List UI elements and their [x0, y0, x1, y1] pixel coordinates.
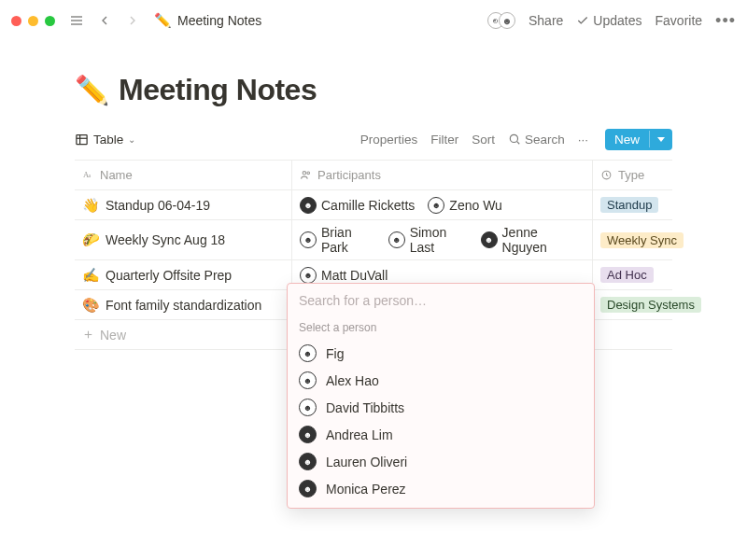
avatar: ☻	[388, 231, 405, 248]
avatar: ☻	[300, 197, 317, 214]
person-option-name: Lauren Oliveri	[326, 455, 407, 469]
window-topbar: ✏️ Meeting Notes ៙ ☻ Share Updates Favor…	[0, 0, 747, 41]
participant: ☻Simon Last	[388, 225, 468, 255]
view-switcher[interactable]: Table ⌄	[75, 133, 135, 147]
properties-button[interactable]: Properties	[360, 133, 418, 147]
person-option-name: Alex Hao	[326, 373, 379, 388]
person-search-input[interactable]: Search for a person…	[288, 284, 594, 317]
avatar: ☻	[299, 480, 317, 497]
participant: ☻Jenne Nguyen	[481, 225, 577, 255]
page-title-row: ✏️ Meeting Notes	[75, 73, 672, 107]
svg-rect-3	[77, 134, 87, 144]
column-header-participants[interactable]: Participants	[292, 161, 593, 189]
cell-type[interactable]: Ad Hoc	[593, 260, 672, 289]
share-button[interactable]: Share	[529, 13, 563, 28]
presence-avatars[interactable]: ៙ ☻	[487, 12, 515, 29]
avatar: ☻	[499, 12, 515, 29]
participant: ☻Brian Park	[300, 225, 375, 255]
svg-line-7	[517, 142, 520, 145]
person-option-name: Fig	[326, 346, 344, 361]
table-row[interactable]: 🌮Weekly Sync Aug 18☻Brian Park☻Simon Las…	[75, 220, 672, 260]
svg-point-12	[307, 172, 310, 175]
row-title: Weekly Sync Aug 18	[106, 232, 225, 247]
avatar: ☻	[481, 231, 498, 248]
person-option[interactable]: ☻Alex Hao	[288, 367, 594, 394]
window-close-icon[interactable]	[11, 16, 21, 26]
sidebar-toggle-icon[interactable]	[66, 10, 87, 31]
breadcrumb-label: Meeting Notes	[177, 13, 261, 28]
new-row-label: New	[100, 328, 126, 343]
page-title[interactable]: Meeting Notes	[119, 73, 317, 107]
new-button[interactable]: New	[605, 129, 672, 150]
row-icon: 🌮	[82, 231, 100, 248]
page-icon[interactable]: ✏️	[75, 74, 109, 106]
breadcrumb[interactable]: ✏️ Meeting Notes	[154, 12, 261, 29]
type-tag: Weekly Sync	[600, 232, 684, 248]
person-picker-popover: Search for a person… Select a person ☻Fi…	[287, 283, 595, 509]
row-icon: 🎨	[82, 297, 100, 314]
svg-text:a: a	[89, 173, 92, 178]
row-title: Standup 06-04-19	[106, 198, 210, 213]
svg-marker-8	[657, 137, 665, 142]
person-option[interactable]: ☻Lauren Oliveri	[288, 448, 594, 475]
view-label: Table	[93, 133, 123, 147]
cell-participants[interactable]: ☻Brian Park☻Simon Last☻Jenne Nguyen	[292, 220, 593, 259]
svg-point-11	[303, 172, 305, 175]
breadcrumb-icon: ✏️	[154, 12, 172, 29]
cell-name[interactable]: 🌮Weekly Sync Aug 18	[75, 220, 292, 259]
db-more-icon[interactable]: ···	[578, 133, 588, 147]
search-button[interactable]: Search	[508, 133, 565, 147]
cell-name[interactable]: ✍️Quarterly Offsite Prep	[75, 260, 292, 289]
cell-type[interactable]: Standup	[593, 190, 672, 219]
chevron-down-icon: ⌄	[128, 134, 135, 145]
participant-name: Brian Park	[321, 225, 375, 255]
updates-button[interactable]: Updates	[576, 13, 641, 28]
more-menu-icon[interactable]: •••	[715, 11, 736, 31]
column-header-name[interactable]: Aa Name	[75, 161, 292, 189]
filter-button[interactable]: Filter	[430, 133, 458, 147]
person-option[interactable]: ☻Andrea Lim	[288, 421, 594, 448]
cell-participants[interactable]: ☻Camille Ricketts☻Zeno Wu	[292, 190, 593, 219]
person-picker-section-label: Select a person	[288, 317, 594, 340]
cell-type[interactable]: Design Systems	[593, 290, 709, 319]
participant: ☻Zeno Wu	[428, 197, 502, 214]
type-tag: Design Systems	[600, 297, 701, 313]
favorite-button[interactable]: Favorite	[655, 13, 703, 28]
table-header: Aa Name Participants Type	[75, 161, 672, 190]
row-title: Quarterly Offsite Prep	[106, 268, 232, 283]
person-option-name: Andrea Lim	[326, 427, 393, 442]
window-zoom-icon[interactable]	[45, 16, 55, 26]
nav-forward-icon[interactable]	[122, 10, 143, 31]
avatar: ☻	[300, 231, 317, 248]
avatar: ☻	[299, 371, 317, 389]
cell-type[interactable]: Weekly Sync	[593, 220, 691, 259]
database-toolbar: Table ⌄ Properties Filter Sort Search ··…	[75, 122, 672, 156]
nav-back-icon[interactable]	[94, 10, 115, 31]
sort-button[interactable]: Sort	[472, 133, 495, 147]
participant-name: Zeno Wu	[449, 198, 502, 213]
type-tag: Standup	[600, 197, 658, 213]
avatar: ☻	[299, 426, 317, 443]
cell-name[interactable]: 🎨Font family standardization	[75, 290, 292, 319]
participant: ☻Matt DuVall	[300, 267, 388, 284]
row-icon: 👋	[82, 197, 100, 214]
window-minimize-icon[interactable]	[28, 16, 38, 26]
avatar: ☻	[428, 197, 444, 214]
avatar: ☻	[299, 399, 317, 416]
person-option[interactable]: ☻Monica Perez	[288, 475, 594, 502]
type-tag: Ad Hoc	[600, 267, 654, 283]
cell-name[interactable]: 👋Standup 06-04-19	[75, 190, 292, 219]
person-option[interactable]: ☻David Tibbitts	[288, 394, 594, 421]
person-option-name: Monica Perez	[326, 482, 406, 497]
column-header-type[interactable]: Type	[593, 161, 672, 189]
participant: ☻Camille Ricketts	[300, 197, 415, 214]
participant-name: Simon Last	[410, 225, 468, 255]
table-row[interactable]: 👋Standup 06-04-19☻Camille Ricketts☻Zeno …	[75, 190, 672, 220]
new-button-dropdown[interactable]	[649, 131, 672, 147]
window-controls	[11, 16, 55, 26]
avatar: ☻	[300, 267, 317, 284]
person-option[interactable]: ☻Fig	[288, 340, 594, 367]
row-icon: ✍️	[82, 267, 100, 284]
row-title: Font family standardization	[106, 298, 261, 313]
avatar: ☻	[299, 344, 317, 362]
